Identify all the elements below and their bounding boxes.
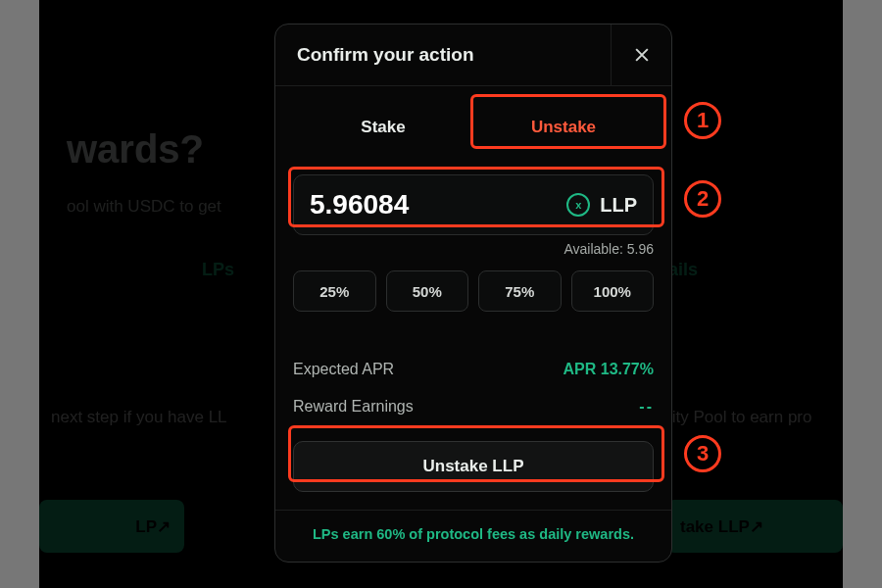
annotation-callout-3: 3 bbox=[684, 435, 721, 472]
reward-label: Reward Earnings bbox=[293, 398, 414, 416]
summary-rows: Expected APR APR 13.77% Reward Earnings … bbox=[293, 351, 654, 425]
close-icon bbox=[632, 45, 652, 65]
row-expected-apr: Expected APR APR 13.77% bbox=[293, 351, 654, 388]
app-viewport: wards? ool with USDC to get LPs ails nex… bbox=[39, 0, 843, 588]
pct-100[interactable]: 100% bbox=[571, 270, 655, 312]
annotation-highlight-2 bbox=[288, 167, 664, 227]
annotation-highlight-3 bbox=[288, 425, 664, 482]
available-balance: Available: 5.96 bbox=[293, 241, 654, 257]
pct-50[interactable]: 50% bbox=[386, 270, 469, 312]
letterbox-left bbox=[0, 0, 39, 588]
pct-25[interactable]: 25% bbox=[293, 270, 376, 312]
modal-header: Confirm your action bbox=[275, 24, 671, 86]
apr-label: Expected APR bbox=[293, 361, 394, 378]
reward-value: -- bbox=[639, 398, 654, 416]
modal-body: Stake Unstake x LLP Available: 5.96 bbox=[275, 86, 671, 562]
tab-stake[interactable]: Stake bbox=[293, 104, 473, 151]
letterbox-right bbox=[843, 0, 882, 588]
annotation-callout-2: 2 bbox=[684, 180, 721, 218]
protocol-fee-note: LPs earn 60% of protocol fees as daily r… bbox=[275, 510, 671, 562]
annotation-highlight-1 bbox=[470, 94, 666, 149]
apr-value: APR 13.77% bbox=[564, 361, 655, 378]
close-button[interactable] bbox=[611, 24, 671, 85]
annotation-callout-1: 1 bbox=[684, 102, 721, 139]
row-reward-earnings: Reward Earnings -- bbox=[293, 388, 654, 425]
percent-presets: 25% 50% 75% 100% bbox=[293, 270, 654, 312]
pct-75[interactable]: 75% bbox=[478, 270, 562, 312]
modal-title: Confirm your action bbox=[275, 24, 611, 85]
